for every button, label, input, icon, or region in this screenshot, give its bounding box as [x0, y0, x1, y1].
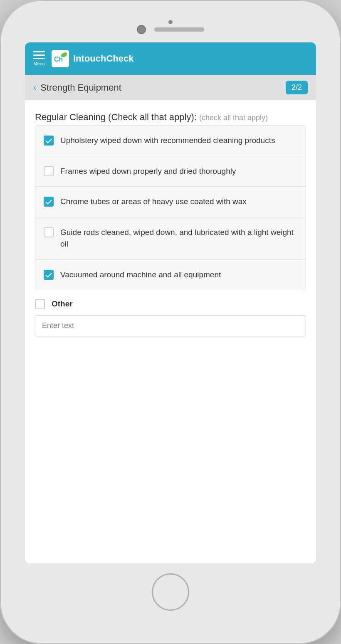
app-logo: Ch — [52, 50, 69, 67]
checklist-item-1: Upholstery wiped down with recommended c… — [35, 126, 306, 156]
section-subtitle: (check all that apply) — [199, 114, 268, 122]
checklist-item-3: Chrome tubes or areas of heavy use coate… — [35, 187, 306, 217]
app-name-regular: Intouch — [73, 53, 106, 64]
phone-earpiece — [154, 27, 204, 32]
menu-bar-2 — [33, 54, 45, 56]
breadcrumb-left: ‹ Strength Equipment — [33, 82, 121, 93]
checkbox-5[interactable] — [44, 270, 54, 280]
checklist-label-3: Chrome tubes or areas of heavy use coate… — [60, 196, 247, 208]
breadcrumb-title: Strength Equipment — [40, 82, 121, 93]
checklist: Upholstery wiped down with recommended c… — [35, 125, 306, 290]
other-label: Other — [52, 299, 73, 308]
checklist-label-4: Guide rods cleaned, wiped down, and lubr… — [60, 227, 297, 250]
menu-label: Menu — [33, 61, 45, 66]
logo-svg: Ch — [52, 50, 69, 67]
main-content: Regular Cleaning (Check all that apply):… — [25, 100, 316, 563]
checkbox-4[interactable] — [44, 227, 54, 237]
back-button[interactable]: ‹ — [33, 82, 36, 93]
checkbox-1[interactable] — [44, 136, 54, 146]
breadcrumb-bar: ‹ Strength Equipment 2/2 — [25, 75, 316, 100]
phone-top-hardware — [137, 25, 204, 34]
home-button-area — [152, 573, 189, 611]
other-input[interactable] — [35, 315, 306, 336]
checkbox-2[interactable] — [44, 166, 54, 176]
app-title: IntouchCheck — [73, 53, 133, 64]
menu-button[interactable]: Menu — [33, 51, 45, 66]
menu-bar-3 — [33, 58, 45, 59]
checklist-item-2: Frames wiped down properly and dried tho… — [35, 156, 306, 187]
other-label-row: Other — [35, 299, 306, 309]
checklist-label-2: Frames wiped down properly and dried tho… — [60, 165, 236, 178]
checklist-item-4: Guide rods cleaned, wiped down, and lubr… — [35, 217, 306, 260]
phone-screen: Menu Ch IntouchCheck — [25, 42, 316, 563]
checkbox-3[interactable] — [44, 197, 54, 207]
front-camera — [137, 25, 146, 34]
home-button[interactable] — [152, 573, 189, 611]
logo-area: Ch IntouchCheck — [52, 50, 133, 67]
checklist-item-5: Vacuumed around machine and all equipmen… — [35, 260, 306, 290]
checklist-label-1: Upholstery wiped down with recommended c… — [60, 135, 275, 147]
checkbox-other[interactable] — [35, 299, 45, 309]
svg-text:Ch: Ch — [54, 56, 63, 63]
app-header: Menu Ch IntouchCheck — [25, 42, 316, 75]
phone-frame: Menu Ch IntouchCheck — [0, 0, 341, 644]
app-name-bold: Check — [106, 53, 133, 64]
section-title: Regular Cleaning (Check all that apply):… — [35, 112, 306, 123]
other-section: Other — [35, 299, 306, 336]
page-badge: 2/2 — [286, 81, 308, 94]
menu-bar-1 — [33, 51, 45, 52]
checklist-label-5: Vacuumed around machine and all equipmen… — [60, 269, 221, 281]
phone-dot — [168, 20, 173, 24]
